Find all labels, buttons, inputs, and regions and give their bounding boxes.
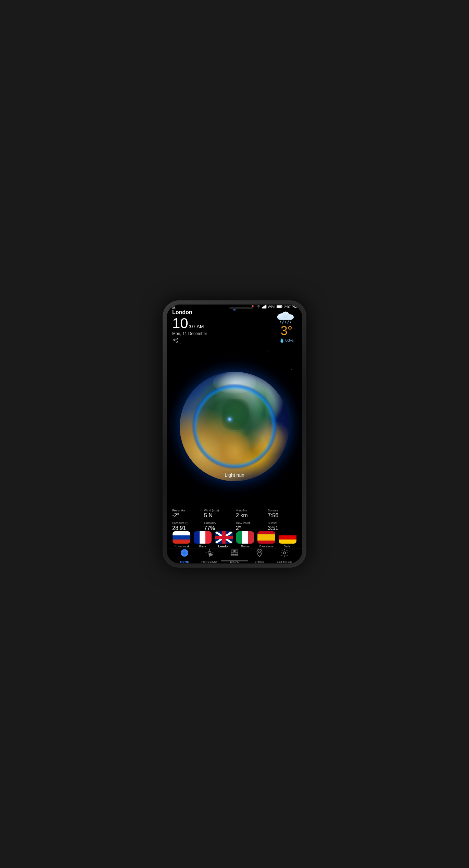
settings-icon — [280, 548, 289, 559]
city-name: London — [172, 309, 207, 315]
svg-line-12 — [174, 340, 176, 342]
svg-point-24 — [181, 551, 189, 555]
svg-point-39 — [283, 552, 286, 554]
precip-value: 60% — [285, 338, 293, 343]
share-icon[interactable] — [172, 337, 207, 344]
svg-rect-3 — [265, 305, 266, 309]
svg-point-31 — [209, 553, 212, 556]
cities-label: CITIES — [254, 560, 264, 563]
temperature-display: 3° — [281, 324, 292, 338]
svg-point-37 — [234, 550, 235, 551]
time-hour: 10 — [172, 316, 188, 331]
dew-point-value: 2° — [236, 525, 265, 531]
flag-russia — [173, 531, 190, 544]
svg-line-18 — [282, 321, 283, 323]
header-section: London 10 :07 AM Mon, 11 December — [167, 309, 302, 344]
cloud-rain-icon — [276, 309, 297, 324]
svg-rect-1 — [263, 306, 264, 308]
pressure-label: Pressure (") — [172, 521, 201, 525]
home-label: HOME — [180, 560, 189, 563]
nav-forecast[interactable]: FORECAST — [197, 548, 222, 563]
svg-rect-4 — [266, 305, 267, 308]
sunrise-value: 7:56 — [268, 512, 297, 519]
phone-screen: 🖼 📍 — [167, 305, 302, 563]
wifi-icon — [256, 305, 261, 309]
flag-germany — [279, 531, 296, 544]
wind-value: 5 N — [204, 512, 233, 519]
dew-point-label: Dew Point — [236, 521, 265, 525]
forecast-icon — [205, 548, 214, 559]
time-display: 10 :07 AM — [172, 316, 207, 331]
city-label-barcelona: Barcelona — [259, 545, 274, 548]
svg-point-9 — [173, 339, 175, 341]
battery-percent: 89% — [268, 305, 275, 309]
city-item-berlin[interactable]: Berlin — [278, 531, 297, 548]
forecast-label: FORECAST — [201, 560, 218, 563]
flag-france — [194, 531, 212, 544]
location-pin — [228, 418, 231, 421]
city-item-barcelona[interactable]: Barcelona — [257, 531, 276, 548]
nav-cities[interactable]: CITIES — [247, 548, 272, 563]
city-label-rome: Rome — [241, 545, 249, 548]
city-label-london: London — [218, 545, 230, 548]
signal-icon — [262, 305, 267, 309]
notification-icon: 🖼 — [172, 305, 176, 309]
city-label-paris: Paris — [199, 545, 206, 548]
svg-rect-2 — [264, 306, 265, 308]
svg-point-10 — [176, 341, 178, 343]
drop-icon: 💧 — [279, 338, 284, 343]
weather-condition-label: Light rain — [225, 472, 244, 478]
time-minsec: :07 AM — [189, 324, 204, 329]
status-right: 📍 — [251, 305, 297, 309]
status-time: 2:07 PM — [284, 305, 297, 309]
settings-label: SETTINGS — [277, 560, 292, 563]
visibility-value: 2 km — [236, 512, 265, 519]
maps-icon — [230, 548, 239, 559]
svg-rect-0 — [262, 307, 263, 308]
humidity-item: Humidity 77% — [204, 521, 233, 531]
svg-rect-7 — [282, 306, 282, 307]
earth-globe[interactable]: Light rain — [180, 372, 289, 481]
city-item-rome[interactable]: Rome — [236, 531, 255, 548]
humidity-value: 77% — [204, 525, 233, 531]
svg-rect-6 — [277, 306, 281, 308]
pressure-item: Pressure (") 28.91 — [172, 521, 201, 531]
city-item-ulyanovsk[interactable]: * Ulyanovsk — [172, 531, 191, 548]
dew-point-item: Dew Point 2° — [236, 521, 265, 531]
city-label-berlin: Berlin — [283, 545, 291, 548]
city-label-ulyanovsk: * Ulyanovsk — [173, 545, 190, 548]
city-item-london[interactable]: London — [214, 531, 233, 548]
svg-line-17 — [280, 321, 281, 323]
svg-point-8 — [176, 338, 178, 339]
flag-italy — [236, 531, 254, 544]
location-time: London 10 :07 AM Mon, 11 December — [172, 309, 207, 344]
humidity-label: Humidity — [204, 521, 233, 525]
svg-line-21 — [290, 321, 291, 323]
sunset-value: 3:51 — [268, 525, 297, 531]
date-display: Mon, 11 December — [172, 331, 207, 336]
cities-icon — [255, 548, 264, 559]
svg-line-19 — [285, 321, 286, 323]
globe-container[interactable]: Light rain — [167, 341, 302, 512]
status-left: 🖼 — [172, 305, 176, 309]
sunset-label: Sunset — [268, 521, 297, 525]
nav-home[interactable]: HOME — [172, 548, 197, 563]
nav-settings[interactable]: SETTINGS — [272, 548, 297, 563]
feels-like-value: -2° — [172, 512, 201, 519]
svg-line-11 — [174, 339, 176, 340]
home-indicator[interactable] — [221, 560, 248, 561]
cities-row: * Ulyanovsk Paris London Rome — [167, 531, 302, 548]
home-icon — [180, 548, 189, 559]
city-item-paris[interactable]: Paris — [193, 531, 212, 548]
flag-uk — [215, 531, 233, 544]
weather-widget: 3° 💧 60% — [276, 309, 297, 343]
flag-spain — [257, 531, 275, 544]
battery-icon — [277, 305, 283, 309]
svg-point-38 — [258, 551, 260, 553]
svg-line-20 — [288, 321, 289, 323]
phone-device: 🖼 📍 — [163, 300, 306, 568]
pressure-value: 28.91 — [172, 525, 201, 531]
speaker-grille — [229, 307, 253, 309]
precipitation-display: 💧 60% — [279, 338, 293, 343]
sunset-item: Sunset 3:51 — [268, 521, 297, 531]
